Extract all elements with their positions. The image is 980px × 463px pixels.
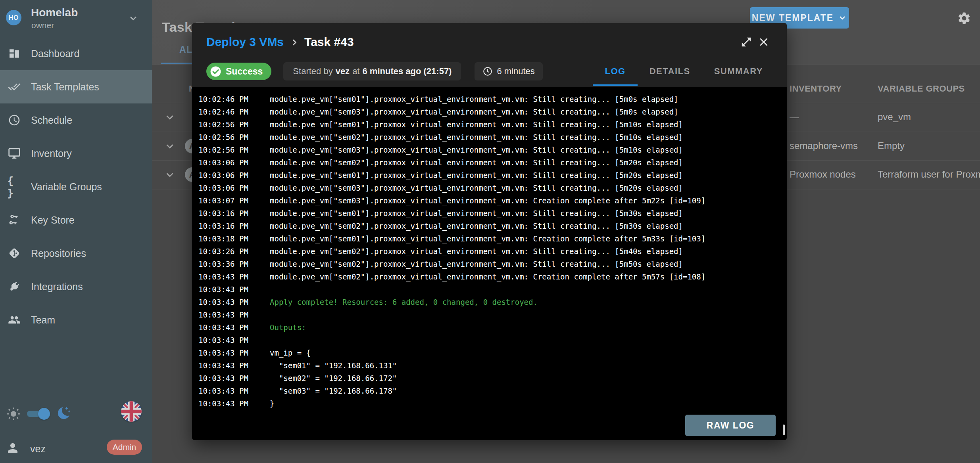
log-message: module.pve_vm["sem03"].proxmox_virtual_e… <box>270 184 683 192</box>
log-message: "sem03" = "192.168.66.178" <box>270 386 397 395</box>
tab-log[interactable]: LOG <box>593 61 637 82</box>
log-message: module.pve_vm["sem03"].proxmox_virtual_e… <box>270 196 705 205</box>
raw-log-button[interactable]: RAW LOG <box>685 415 776 436</box>
light-mode-icon <box>6 406 21 422</box>
sidebar-item-label: Schedule <box>31 115 72 126</box>
chevron-down-icon <box>838 13 847 23</box>
template-link[interactable]: Deploy 3 VMs <box>206 35 284 49</box>
log-message: Outputs: <box>270 323 306 332</box>
sidebar-item-task-templates[interactable]: Task Templates <box>0 70 152 103</box>
sidebar-item-label: Team <box>31 314 55 326</box>
log-time: 10:03:16 PM <box>198 222 270 230</box>
log-lines: 10:02:46 PM module.pve_vm["sem01"].proxm… <box>192 93 787 410</box>
task-title: Task #43 <box>304 35 354 49</box>
dashboard-icon <box>7 46 21 61</box>
cell-variable-groups: Terraform user for Proxm <box>878 169 980 180</box>
started-user: vez <box>336 66 350 77</box>
team-icon <box>7 313 21 327</box>
log-message: } <box>270 399 274 408</box>
new-template-label: NEW TEMPLATE <box>752 13 834 23</box>
cell-variable-groups: pve_vm <box>878 111 911 122</box>
sidebar-item-team[interactable]: Team <box>0 303 152 337</box>
column-header-inventory: INVENTORY <box>790 84 842 94</box>
log-time: 10:02:56 PM <box>198 120 270 129</box>
cell-inventory: — <box>790 111 799 122</box>
log-line: 10:02:56 PM module.pve_vm["sem01"].proxm… <box>192 118 787 131</box>
log-line: 10:03:43 PM "sem03" = "192.168.66.178" <box>192 385 787 397</box>
project-avatar: HO <box>6 10 21 25</box>
log-line: 10:03:43 PM "sem01" = "192.168.66.131" <box>192 359 787 372</box>
log-time: 10:03:43 PM <box>198 399 270 408</box>
log-time: 10:02:46 PM <box>198 107 270 116</box>
log-message: "sem02" = "192.168.66.172" <box>270 374 397 383</box>
sidebar-item-key-store[interactable]: Key Store <box>0 203 152 237</box>
chevron-down-icon[interactable] <box>164 169 176 181</box>
log-message: module.pve_vm["sem01"].proxmox_virtual_e… <box>270 120 683 129</box>
log-message: module.pve_vm["sem02"].proxmox_virtual_e… <box>270 247 683 256</box>
chevron-down-icon[interactable] <box>164 111 176 123</box>
sidebar-item-label: Repositories <box>31 248 86 259</box>
sidebar-item-label: Task Templates <box>31 81 99 93</box>
log-time: 10:03:43 PM <box>198 374 270 383</box>
dark-mode-toggle[interactable] <box>26 408 50 420</box>
log-line: 10:03:43 PM <box>192 308 787 321</box>
log-time: 10:02:46 PM <box>198 95 270 103</box>
log-message: module.pve_vm["sem03"].proxmox_virtual_e… <box>270 145 683 154</box>
tab-summary[interactable]: SUMMARY <box>702 61 775 82</box>
task-log: 10:02:46 PM module.pve_vm["sem01"].proxm… <box>192 87 787 440</box>
sidebar-item-integrations[interactable]: Integrations <box>0 270 152 303</box>
language-flag-button[interactable] <box>121 401 142 422</box>
sidebar-item-inventory[interactable]: Inventory <box>0 137 152 170</box>
status-badge: Success <box>206 63 271 80</box>
user-menu[interactable]: vez Admin <box>0 438 152 460</box>
log-time: 10:03:43 PM <box>198 361 270 370</box>
log-scrollbar[interactable] <box>783 425 785 435</box>
variable-groups-icon: { } <box>7 180 21 194</box>
started-info: Started by vez at 6 minutes ago (21:57) <box>283 62 461 80</box>
log-time: 10:03:43 PM <box>198 272 270 281</box>
log-line: 10:03:43 PM Apply complete! Resources: 6… <box>192 296 787 308</box>
close-icon[interactable] <box>755 33 772 51</box>
log-time: 10:03:06 PM <box>198 171 270 180</box>
log-message: module.pve_vm["sem03"].proxmox_virtual_e… <box>270 107 678 116</box>
log-message: module.pve_vm["sem02"].proxmox_virtual_e… <box>270 222 683 230</box>
key-store-icon <box>7 213 21 227</box>
log-time: 10:03:43 PM <box>198 323 270 332</box>
log-line: 10:03:06 PM module.pve_vm["sem01"].proxm… <box>192 169 787 182</box>
log-time: 10:03:06 PM <box>198 158 270 167</box>
log-line: 10:03:43 PM vm_ip = { <box>192 346 787 359</box>
sidebar-item-repositories[interactable]: Repositories <box>0 237 152 270</box>
chevron-down-icon[interactable] <box>164 140 176 152</box>
status-label: Success <box>226 66 263 77</box>
expand-icon[interactable] <box>738 33 755 51</box>
log-line: 10:03:43 PM <box>192 283 787 296</box>
log-line: 10:03:16 PM module.pve_vm["sem02"].proxm… <box>192 220 787 232</box>
sidebar-item-variable-groups[interactable]: { } Variable Groups <box>0 170 152 203</box>
dark-mode-icon <box>56 405 71 421</box>
log-time: 10:03:43 PM <box>198 285 270 294</box>
project-switcher[interactable]: HO Homelab owner <box>0 0 152 37</box>
duration-label: 6 minutes <box>497 66 534 77</box>
tab-details[interactable]: DETAILS <box>638 61 702 82</box>
log-message: Apply complete! Resources: 6 added, 0 ch… <box>270 298 538 306</box>
sidebar-item-dashboard[interactable]: Dashboard <box>0 37 152 70</box>
log-time: 10:03:43 PM <box>198 348 270 357</box>
toggle-knob <box>38 408 50 420</box>
log-time: 10:03:06 PM <box>198 184 270 192</box>
sidebar-item-schedule[interactable]: Schedule <box>0 103 152 137</box>
log-time: 10:02:56 PM <box>198 145 270 154</box>
log-message: module.pve_vm["sem01"].proxmox_virtual_e… <box>270 171 683 180</box>
sidebar-item-label: Dashboard <box>31 48 79 59</box>
column-header-variable-groups: VARIABLE GROUPS <box>878 84 965 94</box>
log-time: 10:03:43 PM <box>198 298 270 306</box>
log-line: 10:03:18 PM module.pve_vm["sem01"].proxm… <box>192 232 787 245</box>
log-line: 10:03:06 PM module.pve_vm["sem03"].proxm… <box>192 182 787 194</box>
admin-badge: Admin <box>107 440 142 455</box>
log-time: 10:02:56 PM <box>198 133 270 142</box>
cell-inventory: Proxmox nodes <box>790 169 856 180</box>
log-line: 10:03:43 PM "sem02" = "192.168.66.172" <box>192 372 787 385</box>
gear-icon[interactable] <box>957 11 971 25</box>
log-message: module.pve_vm["sem02"].proxmox_virtual_e… <box>270 133 683 142</box>
modal-status-row: Success Started by vez at 6 minutes ago … <box>206 61 775 82</box>
modal-tabs: LOG DETAILS SUMMARY <box>593 61 775 82</box>
